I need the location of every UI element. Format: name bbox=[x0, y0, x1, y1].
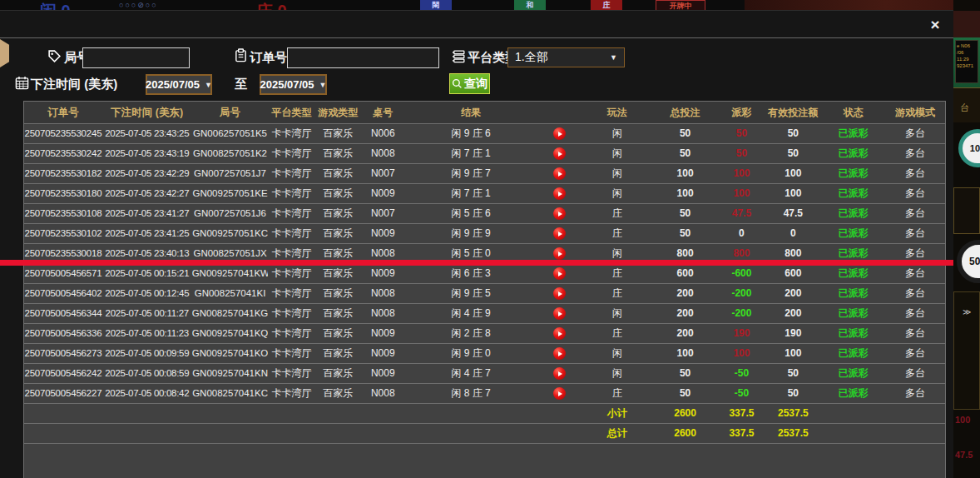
play-video-button[interactable] bbox=[553, 327, 566, 340]
clipboard-icon bbox=[234, 48, 248, 62]
cell-game-type: 百家乐 bbox=[314, 204, 361, 223]
cell-platform: 卡卡湾厅 bbox=[268, 204, 314, 223]
result-text: 闲 9 庄 0 bbox=[404, 344, 537, 363]
cell-valid-bet: 50 bbox=[765, 144, 821, 163]
cell-game-mode: 多台 bbox=[885, 324, 945, 343]
cell-game-mode: 多台 bbox=[885, 364, 945, 383]
play-video-button[interactable] bbox=[553, 227, 566, 240]
cell-payout: 100 bbox=[719, 184, 765, 203]
cell-valid-bet: 600 bbox=[765, 264, 821, 283]
cell-play: 闲 bbox=[582, 184, 652, 203]
cell-status: 已派彩 bbox=[821, 324, 885, 343]
result-text: 闲 9 庄 5 bbox=[404, 284, 537, 303]
date-from-picker[interactable]: 2025/07/05▼ bbox=[146, 74, 212, 95]
bg-table-label: 台 bbox=[953, 87, 980, 122]
play-video-button[interactable] bbox=[553, 207, 566, 220]
result-text: 闲 9 庄 6 bbox=[404, 124, 537, 143]
play-video-button[interactable] bbox=[553, 307, 566, 320]
platform-type-select[interactable]: 1.全部 ▼ bbox=[507, 47, 625, 67]
cell-round-no: GN007257051J6 bbox=[192, 204, 269, 223]
play-video-button[interactable] bbox=[553, 247, 566, 260]
search-button-label: 查询 bbox=[464, 77, 488, 92]
play-video-button[interactable] bbox=[553, 187, 566, 200]
cell-play: 闲 bbox=[582, 304, 652, 323]
date-to-value: 2025/07/05 bbox=[260, 78, 314, 91]
cell-platform: 卡卡湾厅 bbox=[268, 364, 314, 383]
cell-valid-bet: 50 bbox=[765, 364, 821, 383]
header-platform: 平台类型 bbox=[268, 102, 314, 123]
cell-valid-bet: 100 bbox=[765, 164, 821, 183]
bg-panel-collapse: ≫ bbox=[953, 291, 980, 410]
cell-round-no: GN008257041KG bbox=[192, 304, 269, 323]
cell-status: 已派彩 bbox=[821, 224, 885, 243]
cell-game-type: 百家乐 bbox=[314, 124, 361, 143]
cell-platform: 卡卡湾厅 bbox=[268, 284, 314, 303]
cell-bet-time: 2025-07-05 23:41:25 bbox=[102, 224, 192, 243]
chevron-down-icon: ▼ bbox=[319, 81, 327, 89]
play-video-button[interactable] bbox=[553, 167, 566, 180]
cell-play: 闲 bbox=[582, 164, 652, 183]
cell-order-no: 250705005456242 bbox=[24, 364, 102, 383]
cell-play: 庄 bbox=[582, 384, 652, 403]
cell-payout: 50 bbox=[719, 124, 765, 143]
bg-roadmap-dots: ○○○⊘○○ bbox=[119, 1, 158, 9]
cell-total-bet: 200 bbox=[652, 324, 719, 343]
play-video-button[interactable] bbox=[553, 387, 566, 400]
header-order-no: 订单号 bbox=[24, 102, 102, 123]
total-total-bet: 2600 bbox=[652, 424, 719, 443]
cell-status: 已派彩 bbox=[821, 184, 885, 203]
cell-game-mode: 多台 bbox=[885, 224, 945, 243]
cell-platform: 卡卡湾厅 bbox=[268, 324, 314, 343]
order-input[interactable] bbox=[287, 47, 439, 68]
result-text: 闲 7 庄 1 bbox=[404, 144, 537, 163]
chip-100-icon: 100 bbox=[958, 129, 980, 167]
cell-valid-bet: 100 bbox=[765, 344, 821, 363]
close-button[interactable]: × bbox=[926, 16, 944, 34]
cell-game-type: 百家乐 bbox=[314, 284, 361, 303]
cell-bet-time: 2025-07-05 00:08:42 bbox=[102, 384, 192, 403]
cell-payout: 50 bbox=[719, 144, 765, 163]
header-round-no: 局号 bbox=[192, 102, 269, 123]
cell-play: 闲 bbox=[582, 344, 652, 363]
side-pull-tab[interactable] bbox=[0, 39, 9, 67]
subtotal-row: 小计 2600 337.5 2537.5 bbox=[24, 404, 945, 424]
play-video-button[interactable] bbox=[553, 347, 566, 360]
subtotal-total-bet: 2600 bbox=[652, 404, 719, 423]
header-payout: 派彩 bbox=[719, 102, 765, 123]
cell-game-type: 百家乐 bbox=[314, 344, 361, 363]
cell-bet-time: 2025-07-05 00:09:59 bbox=[102, 344, 192, 363]
header-total-bet: 总投注 bbox=[652, 102, 719, 123]
cell-game-mode: 多台 bbox=[885, 384, 945, 403]
result-text: 闲 4 庄 7 bbox=[404, 364, 537, 383]
order-label: 订单号 bbox=[250, 50, 287, 66]
play-video-button[interactable] bbox=[553, 147, 566, 160]
table-row: 250705005456336 2025-07-05 00:11:23 GN00… bbox=[24, 324, 945, 344]
play-video-button[interactable] bbox=[553, 287, 566, 300]
cell-bet-time: 2025-07-05 00:08:59 bbox=[102, 364, 192, 383]
result-text: 闲 2 庄 8 bbox=[404, 324, 537, 343]
total-payout: 337.5 bbox=[718, 424, 765, 443]
cell-order-no: 250705235530242 bbox=[24, 144, 102, 163]
cell-total-bet: 200 bbox=[652, 304, 719, 323]
search-button[interactable]: 查询 bbox=[449, 73, 490, 94]
cell-platform: 卡卡湾厅 bbox=[268, 144, 314, 163]
cell-total-bet: 100 bbox=[652, 344, 719, 363]
table-row: 250705235530242 2025-07-05 23:43:19 GN00… bbox=[24, 144, 945, 164]
play-video-button[interactable] bbox=[553, 267, 566, 280]
play-video-button[interactable] bbox=[553, 127, 566, 140]
cell-game-mode: 多台 bbox=[885, 184, 945, 203]
cell-game-type: 百家乐 bbox=[314, 384, 361, 403]
cell-play: 庄 bbox=[582, 224, 652, 243]
platform-type-value: 1.全部 bbox=[515, 50, 610, 65]
cell-play: 庄 bbox=[582, 284, 652, 303]
cell-game-mode: 多台 bbox=[885, 284, 945, 303]
play-video-button[interactable] bbox=[553, 367, 566, 380]
header-play: 玩法 bbox=[582, 102, 652, 123]
round-input[interactable] bbox=[82, 47, 190, 68]
date-to-picker[interactable]: 2025/07/05▼ bbox=[260, 74, 327, 95]
table-row: 250705005456571 2025-07-05 00:15:21 GN00… bbox=[24, 264, 945, 284]
tag-icon bbox=[47, 49, 62, 63]
cell-bet-time: 2025-07-05 23:43:25 bbox=[102, 124, 192, 143]
bg-bet-amount: 47.5 bbox=[955, 450, 973, 460]
table-row: 250705235530102 2025-07-05 23:41:25 GN00… bbox=[24, 224, 945, 244]
